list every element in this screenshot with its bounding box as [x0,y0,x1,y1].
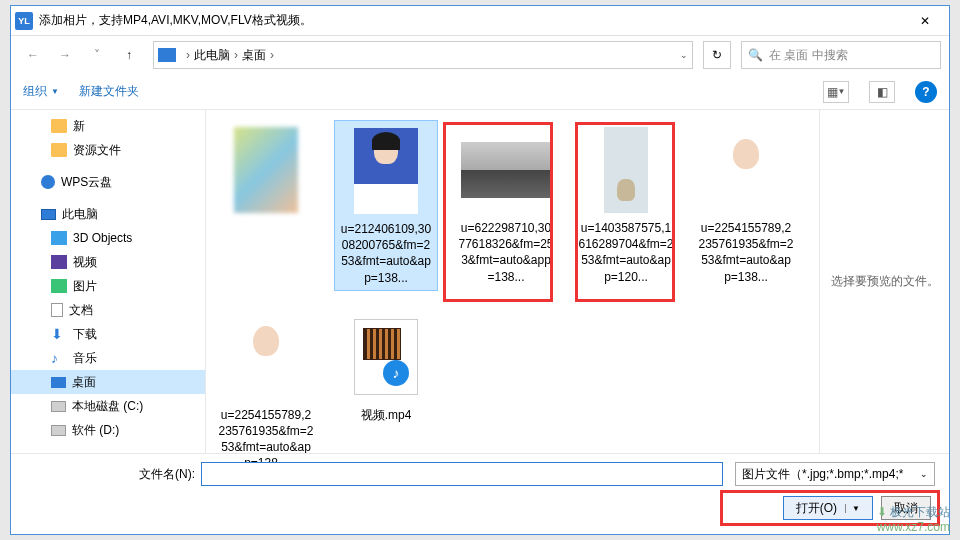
sidebar-item-3[interactable]: 此电脑 [11,202,205,226]
sidebar-item-label: 此电脑 [62,206,98,223]
filename-label: 文件名(N): [25,466,195,483]
preview-pane-button[interactable]: ◧ [869,81,895,103]
help-button[interactable]: ? [915,81,937,103]
window-title: 添加相片，支持MP4,AVI,MKV,MOV,FLV格式视频。 [39,12,905,29]
file-item-3[interactable]: u=1403587575,1616289704&fm=253&fmt=auto&… [574,120,678,289]
sidebar-item-5[interactable]: 视频 [11,250,205,274]
search-input[interactable]: 🔍 在 桌面 中搜索 [741,41,941,69]
image-thumb [234,314,298,400]
sidebar-item-label: 新 [73,118,85,135]
sidebar-item-label: 本地磁盘 (C:) [72,398,143,415]
chevron-down-icon: ⌄ [920,469,928,479]
file-item-2[interactable]: u=622298710,3077618326&fm=253&fmt=auto&a… [454,120,558,289]
breadcrumb-loc2[interactable]: 桌面 [242,47,266,64]
sidebar-item-10[interactable]: 桌面 [11,370,205,394]
up-button[interactable]: ↑ [115,41,143,69]
filename-input[interactable] [201,462,723,486]
file-label: u=212406109,3008200765&fm=253&fmt=auto&a… [339,221,433,286]
file-type-filter[interactable]: 图片文件（*.jpg;*.bmp;*.mp4;*⌄ [735,462,935,486]
file-item-6[interactable]: 视频.mp4 [334,307,438,427]
file-label: u=622298710,3077618326&fm=253&fmt=auto&a… [458,220,554,285]
image-thumb [234,127,298,213]
file-label: u=2254155789,2235761935&fm=253&fmt=auto&… [698,220,794,285]
sidebar-item-label: 资源文件 [73,142,121,159]
file-open-dialog: YL 添加相片，支持MP4,AVI,MKV,MOV,FLV格式视频。 ✕ ← →… [10,5,950,535]
preview-pane: 选择要预览的文件。 [819,110,949,453]
image-thumb [461,142,551,198]
sidebar-item-label: WPS云盘 [61,174,112,191]
image-thumb [354,128,418,214]
sidebar-item-7[interactable]: 文档 [11,298,205,322]
sidebar-item-label: 桌面 [72,374,96,391]
breadcrumb-dropdown-icon[interactable]: ⌄ [680,50,688,60]
file-item-4[interactable]: u=2254155789,2235761935&fm=253&fmt=auto&… [694,120,798,289]
file-label: u=1403587575,1616289704&fm=253&fmt=auto&… [578,220,674,285]
sidebar-item-8[interactable]: ⬇下载 [11,322,205,346]
bottom-bar: 文件名(N): 图片文件（*.jpg;*.bmp;*.mp4;*⌄ 打开(O)▼… [11,453,949,534]
back-button[interactable]: ← [19,41,47,69]
view-mode-button[interactable]: ▦ ▼ [823,81,849,103]
sidebar-item-label: 软件 (D:) [72,422,119,439]
file-item-0[interactable] [214,120,318,224]
breadcrumb-icon [158,48,176,62]
sidebar-item-12[interactable]: 软件 (D:) [11,418,205,442]
sidebar-item-label: 下载 [73,326,97,343]
open-button[interactable]: 打开(O)▼ [783,496,873,520]
chevron-down-icon: ▼ [51,87,59,96]
main-area: 新资源文件WPS云盘此电脑3D Objects视频图片文档⬇下载♪音乐桌面本地磁… [11,110,949,453]
nav-bar: ← → ˅ ↑ › 此电脑 › 桌面 › ⌄ ↻ 🔍 在 桌面 中搜索 [11,36,949,74]
breadcrumb[interactable]: › 此电脑 › 桌面 › ⌄ [153,41,693,69]
sidebar-item-2[interactable]: WPS云盘 [11,170,205,194]
organize-menu[interactable]: 组织▼ [23,83,59,100]
titlebar: YL 添加相片，支持MP4,AVI,MKV,MOV,FLV格式视频。 ✕ [11,6,949,36]
refresh-button[interactable]: ↻ [703,41,731,69]
sidebar-item-4[interactable]: 3D Objects [11,226,205,250]
breadcrumb-loc1[interactable]: 此电脑 [194,47,230,64]
close-button[interactable]: ✕ [905,7,945,35]
sidebar-item-0[interactable]: 新 [11,114,205,138]
file-item-5[interactable]: u=2254155789,2235761935&fm=253&fmt=auto&… [214,307,318,476]
sidebar-item-label: 图片 [73,278,97,295]
sidebar-item-label: 音乐 [73,350,97,367]
file-label: 视频.mp4 [361,407,412,423]
sidebar-item-label: 3D Objects [73,231,132,245]
recent-dropdown[interactable]: ˅ [83,41,111,69]
cancel-button[interactable]: 取消 [881,496,931,520]
breadcrumb-sep: › [186,48,190,62]
sidebar-item-9[interactable]: ♪音乐 [11,346,205,370]
image-thumb [714,127,778,213]
search-icon: 🔍 [748,48,763,62]
video-file-icon [354,319,418,395]
file-item-1[interactable]: u=212406109,3008200765&fm=253&fmt=auto&a… [334,120,438,291]
sidebar-item-11[interactable]: 本地磁盘 (C:) [11,394,205,418]
sidebar: 新资源文件WPS云盘此电脑3D Objects视频图片文档⬇下载♪音乐桌面本地磁… [11,110,206,453]
forward-button: → [51,41,79,69]
file-grid[interactable]: u=212406109,3008200765&fm=253&fmt=auto&a… [206,110,819,453]
sidebar-item-6[interactable]: 图片 [11,274,205,298]
new-folder-button[interactable]: 新建文件夹 [79,83,139,100]
search-placeholder: 在 桌面 中搜索 [769,47,848,64]
image-thumb [604,127,648,213]
sidebar-item-label: 文档 [69,302,93,319]
toolbar: 组织▼ 新建文件夹 ▦ ▼ ◧ ? [11,74,949,110]
sidebar-item-1[interactable]: 资源文件 [11,138,205,162]
sidebar-item-label: 视频 [73,254,97,271]
open-split-icon[interactable]: ▼ [845,504,860,513]
app-icon: YL [15,12,33,30]
close-icon: ✕ [920,14,930,28]
